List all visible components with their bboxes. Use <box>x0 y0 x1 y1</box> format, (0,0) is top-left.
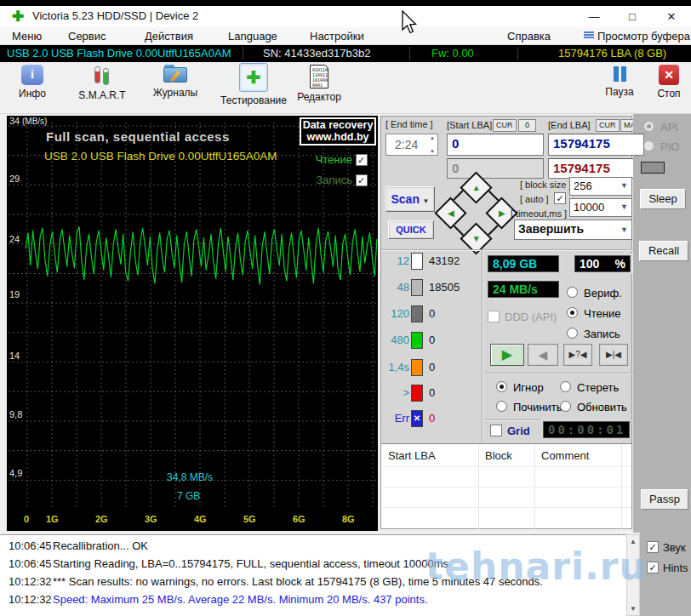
play-icon: ▶ <box>502 347 512 362</box>
spin-down-icon[interactable]: ▼ <box>430 149 435 154</box>
spin-up-icon[interactable]: ▲ <box>430 135 435 140</box>
log-text: Starting Reading, LBA=0..15794175, FULL,… <box>53 557 448 570</box>
table-header-block: Block <box>485 449 512 462</box>
menu-item-language[interactable]: Language <box>228 30 277 43</box>
pio-label: PIO <box>660 140 679 153</box>
auto-checkbox[interactable]: ✓ <box>554 192 566 204</box>
read-radio[interactable] <box>567 307 578 318</box>
testing-label: Тестирование <box>216 94 291 106</box>
start-zero-button[interactable]: 0 <box>518 119 536 132</box>
start-cur-button[interactable]: CUR <box>493 119 517 132</box>
step-back-button[interactable]: ◀ <box>528 344 558 366</box>
bucket-count: 0 <box>429 334 435 346</box>
divider <box>482 250 483 443</box>
recall-button[interactable]: Recall <box>639 241 688 261</box>
x-tick: 8G <box>342 514 355 524</box>
divider <box>381 466 631 467</box>
defect-table[interactable]: Start LBA Block Comment <box>381 443 631 528</box>
start-test-button[interactable]: ▶ <box>490 344 524 366</box>
passp-button[interactable]: Passp <box>641 489 688 510</box>
scan-speed-graph: 34 (MB/s) 29 24 19 14 9,8 4,9 0 1G 2G 3G… <box>7 116 378 531</box>
left-arrow-icon: ◀ <box>448 208 454 218</box>
close-button[interactable]: ✕ <box>657 6 686 27</box>
grid-checkbox[interactable] <box>490 425 502 436</box>
after-scan-action-combo[interactable]: Завершить▼ <box>514 220 632 240</box>
menu-item-actions[interactable]: Действия <box>145 30 193 43</box>
window-title: Victoria 5.23 HDD/SSD | Device 2 <box>32 9 198 22</box>
stop-x-icon: ✕ <box>659 65 679 85</box>
log-time: 10:06:45 <box>9 557 52 570</box>
y-tick: 9,8 <box>9 409 35 419</box>
info-label: Инфо <box>9 88 56 100</box>
color-swatch <box>641 162 665 174</box>
table-header-start-lba: Start LBA <box>388 449 436 462</box>
editor-label: Редактор <box>294 91 344 103</box>
bucket-count: 18505 <box>429 281 460 294</box>
minimize-button[interactable]: — <box>580 6 608 27</box>
scan-dropdown-icon: ▼ <box>423 197 430 205</box>
write-checkbox[interactable]: ✓ <box>356 174 368 186</box>
test-control-panel: [ End time ] 2:24 ▲ ▼ [Start LBA] CUR 0 … <box>380 116 632 529</box>
start-lba-input[interactable]: 0 <box>447 134 544 156</box>
seek-question-button[interactable]: ▶?◀ <box>563 344 592 366</box>
end-lba-input[interactable]: 15794175 <box>548 134 644 156</box>
write-label: Запись <box>584 328 620 340</box>
ignore-radio[interactable] <box>496 381 507 392</box>
api-radio <box>643 121 654 132</box>
testing-button-selected[interactable]: ✚ Тестирование <box>216 63 291 111</box>
quick-button[interactable]: QUICK <box>388 220 434 239</box>
stop-button[interactable]: ✕ Стоп <box>650 65 688 112</box>
bucket-label: 480 <box>382 334 409 346</box>
read-checkbox[interactable]: ✓ <box>356 154 368 166</box>
window-top-border <box>0 0 691 6</box>
journals-button[interactable]: Журналы <box>146 65 204 112</box>
bucket-count: 43192 <box>429 254 460 267</box>
promo-line1: Data recovery <box>301 119 374 131</box>
smart-button[interactable]: S.M.A.R.T <box>73 65 131 112</box>
end-cur-button[interactable]: CUR <box>596 119 620 132</box>
repair-radio[interactable] <box>496 401 507 412</box>
verify-radio[interactable] <box>567 287 578 298</box>
menu-item-buffer-view[interactable]: Просмотр буфера <box>597 30 690 43</box>
write-radio[interactable] <box>567 328 578 339</box>
repair-label: Починить <box>513 401 563 414</box>
scroll-down-icon[interactable]: ▼ <box>627 602 639 615</box>
sleep-button[interactable]: Sleep <box>640 189 686 209</box>
divider <box>381 249 633 250</box>
error-x-swatch: ✕ <box>411 410 423 427</box>
refresh-radio[interactable] <box>560 401 571 412</box>
binary-document-icon: 010110110011 1010000001 <box>310 65 328 88</box>
seek-end-button[interactable]: ▶|◀ <box>599 344 628 366</box>
side-strip: API PIO Sleep Recall Passp <box>633 114 691 533</box>
maximize-button[interactable]: □ <box>618 6 647 27</box>
app-icon: ✚ <box>12 8 24 26</box>
device-info-bar: USB 2.0 USB Flash Drive 0.00UtffU165A0AM… <box>0 45 691 62</box>
menu-item-service[interactable]: Сервис <box>68 30 106 43</box>
test-tubes-icon <box>91 65 113 87</box>
erase-radio[interactable] <box>560 381 571 392</box>
timeout-combo[interactable]: 10000▼ <box>569 198 632 217</box>
error-bucket-label: Err <box>382 412 409 425</box>
menu-item-settings[interactable]: Настройки <box>310 30 364 43</box>
ignore-label: Игнор <box>513 381 544 394</box>
menu-item-help[interactable]: Справка <box>507 30 551 43</box>
menu-item-menu[interactable]: Меню <box>12 30 42 43</box>
promo-line2: www.hdd.by <box>301 131 374 143</box>
end-time-spinner[interactable]: 2:24 ▲ ▼ <box>385 134 438 156</box>
bucket-label: 1,4s <box>382 361 409 374</box>
y-tick: 14 <box>9 351 35 361</box>
y-tick: 19 <box>9 289 35 299</box>
seek-end-icon: ▶|◀ <box>606 350 621 359</box>
elapsed-time-display: 00:00:01 <box>541 419 631 440</box>
pause-button[interactable]: Пауза <box>597 65 642 112</box>
block-size-combo[interactable]: 256▼ <box>569 177 632 196</box>
editor-button[interactable]: 010110110011 1010000001 Редактор <box>294 65 344 112</box>
chevron-down-icon: ▼ <box>620 181 628 190</box>
end-lba-row2-input[interactable]: 15794175 <box>548 158 644 179</box>
x-tick: 3G <box>145 514 157 524</box>
info-button[interactable]: i Инфо <box>9 65 56 112</box>
block-size-label: [ block size ] <box>520 180 572 190</box>
end-lba-label: [End LBA] <box>548 120 591 130</box>
legend-write-label: Запись <box>303 174 352 186</box>
scan-button[interactable]: Scan ▼ <box>385 186 435 212</box>
